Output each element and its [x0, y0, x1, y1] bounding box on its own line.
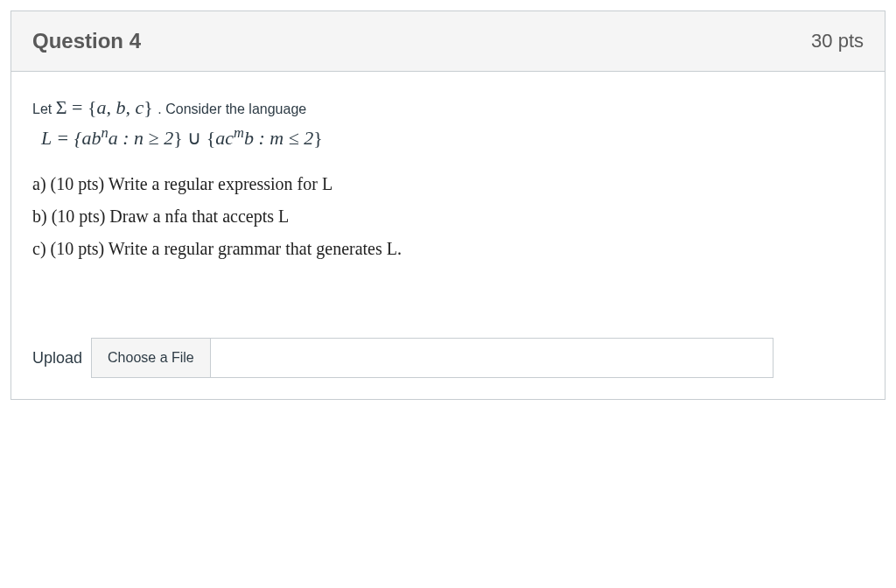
consider-label: . Consider the language [158, 102, 306, 116]
subparts: a) (10 pts) Write a regular expression f… [32, 174, 864, 259]
lang-mid: } ∪ { [173, 127, 215, 149]
question-points: 30 pts [811, 30, 864, 52]
choose-file-button[interactable]: Choose a File [92, 339, 211, 377]
upload-row: Upload Choose a File [32, 338, 864, 378]
lang-a-cond: a : n ≥ 2 [108, 127, 173, 149]
language-definition: L = {abna : n ≥ 2} ∪ {acmb : m ≤ 2} [41, 124, 864, 150]
lang-prefix: L = { [41, 127, 81, 149]
question-title: Question 4 [32, 29, 141, 53]
lang-b-cond: b : m ≤ 2 [244, 127, 313, 149]
question-body: Let Σ = {a, b, c} . Consider the languag… [11, 72, 885, 399]
lang-ab: ab [81, 127, 101, 149]
lang-ac: ac [215, 127, 234, 149]
lang-exp-n: n [101, 124, 108, 141]
lang-suffix: } [313, 127, 323, 149]
part-b: b) (10 pts) Draw a nfa that accepts L [32, 206, 864, 227]
sigma-items: a, b, c [96, 96, 144, 118]
sigma-prefix: Σ = { [56, 96, 97, 118]
part-a: a) (10 pts) Write a regular expression f… [32, 174, 864, 194]
question-card: Question 4 30 pts Let Σ = {a, b, c} . Co… [10, 10, 886, 400]
part-c: c) (10 pts) Write a regular grammar that… [32, 239, 864, 259]
sigma-suffix: } [144, 96, 153, 118]
question-header: Question 4 30 pts [11, 11, 885, 72]
file-input-box[interactable]: Choose a File [91, 338, 774, 378]
alphabet-definition: Let Σ = {a, b, c} . Consider the languag… [32, 96, 864, 119]
let-label: Let [32, 102, 56, 116]
lang-exp-m: m [234, 124, 244, 141]
upload-label: Upload [32, 349, 82, 368]
